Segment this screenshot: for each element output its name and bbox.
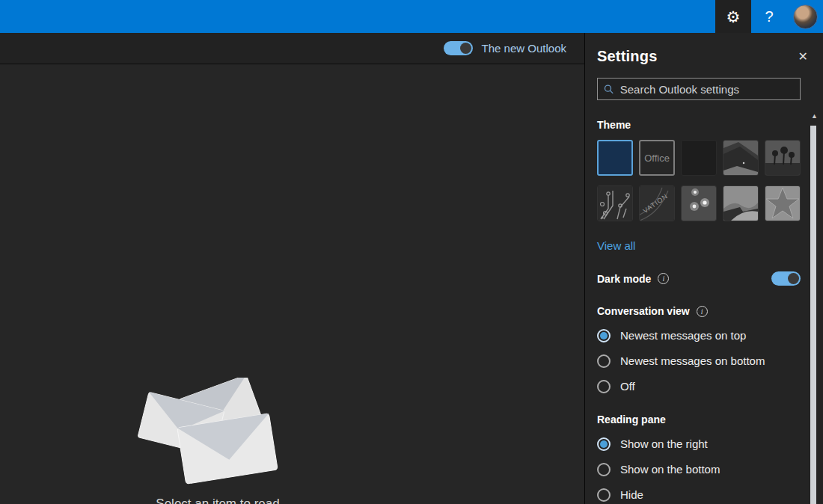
top-app-bar: ⚙ ? (0, 0, 823, 33)
help-button[interactable]: ? (751, 0, 787, 33)
scroll-up-icon[interactable]: ▲ (811, 112, 818, 120)
radio-unselected-icon (597, 354, 611, 368)
radio-label: Hide (620, 488, 643, 501)
search-icon (604, 84, 614, 95)
conversation-view-label: Conversation view (597, 305, 690, 317)
info-icon[interactable]: i (658, 273, 669, 284)
close-icon[interactable]: ✕ (795, 48, 811, 65)
radio-unselected-icon (597, 380, 611, 393)
dark-mode-label: Dark mode (597, 273, 651, 285)
theme-thumb-star[interactable] (765, 185, 801, 221)
theme-thumb-office[interactable]: Office (639, 140, 675, 176)
theme-thumb-mountain[interactable] (723, 140, 759, 176)
settings-panel: Settings ✕ Theme Office (584, 33, 823, 504)
empty-state-text: Select an item to read (0, 497, 435, 504)
theme-section-label: Theme (597, 119, 801, 131)
settings-search-input[interactable] (620, 83, 794, 96)
view-all-link[interactable]: View all (597, 239, 635, 252)
secondary-toolbar: The new Outlook (0, 33, 584, 64)
new-outlook-toggle[interactable] (444, 41, 473, 55)
reading-pane-label: Reading pane (597, 414, 801, 425)
theme-thumb-circuit-board[interactable] (597, 185, 633, 221)
toggle-knob-icon (460, 43, 471, 54)
radio-newest-on-top[interactable]: Newest messages on top (597, 328, 801, 342)
dark-mode-toggle[interactable] (771, 271, 801, 286)
radio-hide[interactable]: Hide (597, 488, 801, 502)
radio-show-on-right[interactable]: Show on the right (597, 437, 801, 451)
conversation-view-header: Conversation view i (597, 305, 801, 317)
theme-thumb-innovation[interactable]: VATION (639, 185, 675, 221)
theme-thumb-glow-lights[interactable] (681, 185, 717, 221)
settings-title: Settings (597, 48, 801, 65)
settings-gear-button[interactable]: ⚙ (715, 0, 751, 33)
gear-icon: ⚙ (726, 9, 741, 25)
reading-pane-empty-state: Select an item to read (0, 65, 584, 504)
help-icon: ? (765, 8, 773, 25)
theme-thumb-dark-plain[interactable] (681, 140, 717, 176)
radio-label: Newest messages on bottom (620, 354, 765, 367)
new-outlook-label: The new Outlook (482, 42, 566, 55)
theme-thumb-abstract-layers[interactable] (723, 185, 759, 221)
radio-unselected-icon (597, 463, 611, 476)
radio-label: Off (620, 380, 635, 393)
theme-thumbnail-grid: Office (597, 140, 801, 221)
dark-mode-row: Dark mode i (597, 271, 801, 286)
radio-conversation-off[interactable]: Off (597, 379, 801, 393)
radio-label: Show on the bottom (620, 463, 720, 476)
radio-label: Newest messages on top (620, 329, 746, 342)
toggle-knob-icon (788, 273, 799, 284)
theme-thumb-palm-trees[interactable] (765, 140, 801, 176)
settings-search[interactable] (597, 78, 801, 100)
avatar (793, 4, 818, 29)
radio-show-on-bottom[interactable]: Show on the bottom (597, 462, 801, 476)
radio-selected-icon (597, 437, 611, 451)
radio-selected-icon (597, 329, 611, 342)
theme-thumb-dark-blue[interactable] (597, 140, 633, 176)
radio-label: Show on the right (620, 437, 708, 450)
info-icon[interactable]: i (697, 306, 708, 317)
envelopes-illustration (132, 378, 304, 490)
radio-newest-on-bottom[interactable]: Newest messages on bottom (597, 354, 801, 368)
office-theme-label: Office (644, 153, 670, 164)
account-button[interactable] (787, 0, 823, 33)
radio-unselected-icon (597, 488, 611, 502)
scrollbar-thumb[interactable] (810, 126, 816, 504)
